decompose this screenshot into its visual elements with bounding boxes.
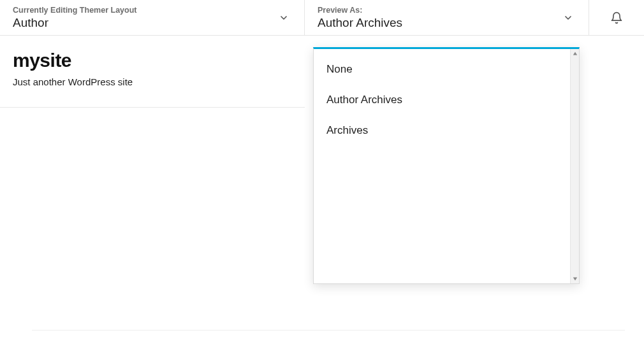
topbar-actions bbox=[589, 0, 644, 35]
top-bar: Currently Editing Themer Layout Author P… bbox=[0, 0, 644, 36]
preview-dropdown-panel: None Author Archives Archives bbox=[313, 47, 580, 284]
dropdown-item-author-archives[interactable]: Author Archives bbox=[314, 85, 570, 115]
preview-selector[interactable]: Preview As: Author Archives bbox=[305, 0, 589, 35]
layout-selector-value: Author bbox=[13, 16, 291, 30]
preview-selector-value: Author Archives bbox=[318, 16, 576, 30]
layout-selector-label: Currently Editing Themer Layout bbox=[13, 6, 291, 15]
divider bbox=[0, 107, 305, 108]
dropdown-item-archives[interactable]: Archives bbox=[314, 115, 570, 146]
preview-dropdown-list: None Author Archives Archives bbox=[314, 49, 570, 283]
bell-icon[interactable] bbox=[610, 11, 623, 24]
svg-marker-1 bbox=[573, 278, 576, 281]
scroll-down-icon[interactable] bbox=[571, 274, 579, 283]
preview-selector-label: Preview As: bbox=[318, 6, 576, 15]
scroll-up-icon[interactable] bbox=[571, 49, 579, 58]
chevron-down-icon bbox=[563, 13, 573, 23]
chevron-down-icon bbox=[279, 13, 289, 23]
scrollbar[interactable] bbox=[570, 49, 579, 283]
svg-marker-0 bbox=[573, 52, 576, 55]
layout-selector[interactable]: Currently Editing Themer Layout Author bbox=[0, 0, 305, 35]
dropdown-item-none[interactable]: None bbox=[314, 54, 570, 85]
footer-divider bbox=[32, 330, 625, 331]
